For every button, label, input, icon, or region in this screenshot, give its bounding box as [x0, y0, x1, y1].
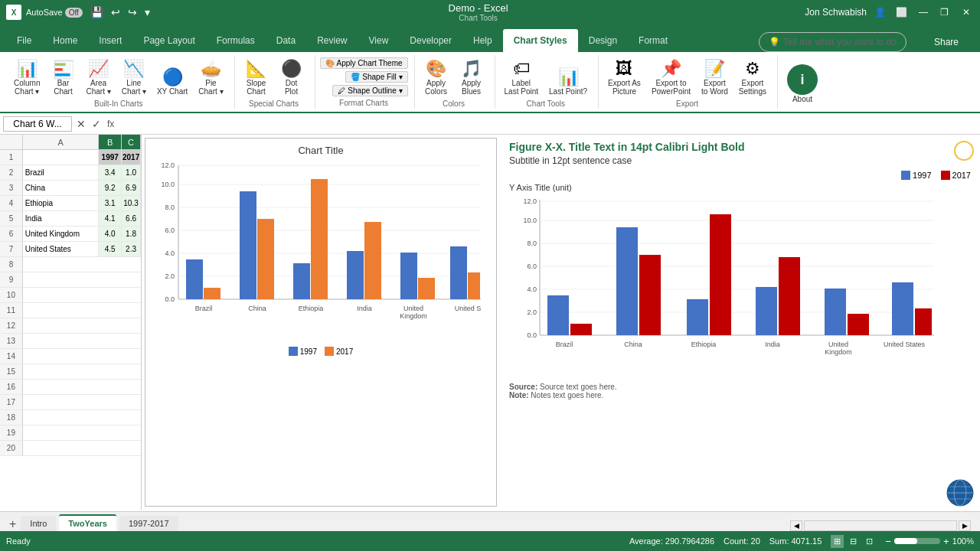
- line-chart-button[interactable]: 📉 Line Chart ▾: [117, 57, 151, 98]
- dot-plot-button[interactable]: ⚫ Dot Plot: [275, 57, 309, 98]
- cell-b1[interactable]: 1997: [99, 150, 122, 165]
- page-break-view-btn[interactable]: ⊡: [863, 535, 876, 548]
- ribbon-toggle[interactable]: ⬜: [894, 5, 910, 20]
- zoom-slider[interactable]: [894, 538, 940, 544]
- tab-review[interactable]: Review: [306, 29, 358, 52]
- tab-data[interactable]: Data: [266, 29, 306, 52]
- cell-c5[interactable]: 6.6: [122, 211, 141, 226]
- cell-b6[interactable]: 4.0: [99, 227, 122, 241]
- formula-input[interactable]: [119, 117, 977, 131]
- tab-format[interactable]: Format: [628, 29, 678, 52]
- svg-text:Kingdom: Kingdom: [400, 312, 427, 320]
- export-settings-button[interactable]: ⚙ Export Settings: [734, 57, 771, 98]
- scroll-left-btn[interactable]: ◀: [790, 520, 802, 531]
- tab-insert[interactable]: Insert: [88, 29, 132, 52]
- cell-a5[interactable]: India: [23, 211, 99, 226]
- cell-c3[interactable]: 6.9: [122, 181, 141, 195]
- label-last-point-button[interactable]: 🏷 Label Last Point: [500, 57, 543, 98]
- insert-function-button[interactable]: fx: [106, 117, 116, 131]
- chart-tools-label: Chart Tools: [459, 14, 497, 22]
- cell-c4[interactable]: 10.3: [122, 196, 141, 210]
- pie-chart-button[interactable]: 🥧 Pie Chart ▾: [194, 57, 227, 98]
- cell-c2[interactable]: 1.0: [122, 165, 141, 180]
- cell-c1[interactable]: 2017: [122, 150, 141, 165]
- cell-b7[interactable]: 4.5: [99, 242, 122, 256]
- sheet-tab-intro[interactable]: Intro: [21, 516, 56, 531]
- tab-view[interactable]: View: [358, 29, 400, 52]
- minimize-button[interactable]: —: [916, 5, 931, 20]
- slope-chart-sublabel: Chart: [247, 87, 265, 96]
- restore-button[interactable]: ❐: [937, 5, 952, 20]
- bar-chart-button[interactable]: 📊 Bar Chart: [46, 57, 80, 98]
- about-button[interactable]: i About: [782, 62, 822, 106]
- column-chart-button[interactable]: 📊 Column Chart ▾: [9, 57, 44, 98]
- name-box[interactable]: [3, 116, 72, 132]
- add-sheet-button[interactable]: +: [6, 517, 19, 531]
- cell-c7[interactable]: 2.3: [122, 242, 141, 256]
- redo-button[interactable]: ↪: [126, 5, 139, 20]
- sheet-tab-twoyears[interactable]: TwoYears: [59, 514, 116, 531]
- autosave-toggle[interactable]: AutoSave Off: [24, 6, 84, 19]
- cell-a2[interactable]: Brazil: [23, 165, 99, 180]
- cell-a6[interactable]: United Kingdom: [23, 227, 99, 241]
- row-num-2: 2: [0, 165, 23, 180]
- cell-b3[interactable]: 9.2: [99, 181, 122, 195]
- scroll-right-btn[interactable]: ▶: [959, 520, 971, 531]
- tab-formulas[interactable]: Formulas: [206, 29, 266, 52]
- area-chart-button[interactable]: 📈 Area Chart ▾: [81, 57, 115, 98]
- xy-chart-button[interactable]: 🔵 XY Chart: [152, 65, 192, 98]
- cell-c6[interactable]: 1.8: [122, 227, 141, 241]
- apply-colors-button[interactable]: 🎨 Apply Colors: [420, 57, 453, 98]
- cell-a7[interactable]: United States: [23, 242, 99, 256]
- tab-page-layout[interactable]: Page Layout: [132, 29, 205, 52]
- sheet-row-china: 3 China 9.2 6.9: [0, 181, 141, 196]
- format-charts-items: 🎨 Apply Chart Theme 🪣 Shape Fill ▾ 🖊 Sha…: [320, 57, 408, 97]
- scroll-thumb[interactable]: [804, 520, 957, 531]
- export-to-word-button[interactable]: 📝 Export to Word: [697, 57, 733, 98]
- tab-design[interactable]: Design: [578, 29, 628, 52]
- shape-outline-button[interactable]: 🖊 Shape Outline ▾: [332, 85, 407, 96]
- source-note: Source: Source text goes here.: [509, 383, 971, 391]
- close-button[interactable]: ✕: [959, 5, 974, 20]
- tab-chart-styles[interactable]: Chart Styles: [503, 29, 578, 52]
- line-chart-sublabel: Chart ▾: [122, 87, 146, 96]
- file-name: Demo - Excel: [449, 2, 508, 14]
- source-text: Source text goes here.: [540, 383, 617, 391]
- tab-file[interactable]: File: [6, 29, 42, 52]
- undo-button[interactable]: ↩: [109, 5, 122, 20]
- cell-a4[interactable]: Ethiopia: [23, 196, 99, 210]
- rbar-us-1997: [892, 282, 913, 335]
- tab-help[interactable]: Help: [462, 29, 503, 52]
- apply-blues-button[interactable]: 🎵 Apply Blues: [455, 57, 488, 98]
- page-layout-view-btn[interactable]: ⊟: [847, 535, 860, 548]
- cell-b4[interactable]: 3.1: [99, 196, 122, 210]
- share-button[interactable]: Share: [922, 34, 971, 51]
- user-icon[interactable]: 👤: [873, 5, 888, 20]
- apply-chart-theme-button[interactable]: 🎨 Apply Chart Theme: [320, 57, 408, 69]
- tab-developer[interactable]: Developer: [399, 29, 462, 52]
- export-to-ppt-button[interactable]: 📌 Export to PowerPoint: [647, 57, 695, 98]
- cell-b2[interactable]: 3.4: [99, 165, 122, 180]
- tell-me-box[interactable]: 💡 Tell me what you want to do: [759, 32, 906, 52]
- shape-fill-button[interactable]: 🪣 Shape Fill ▾: [345, 71, 407, 83]
- save-button[interactable]: 💾: [89, 5, 105, 20]
- user-name: Jon Schwabish: [805, 7, 867, 18]
- zoom-out-btn[interactable]: −: [885, 536, 891, 547]
- slope-chart-button[interactable]: 📐 Slope Chart: [240, 57, 273, 98]
- sheet-tab-1997-2017[interactable]: 1997-2017: [119, 516, 178, 531]
- cell-a3[interactable]: China: [23, 181, 99, 195]
- cell-a1[interactable]: [23, 150, 99, 165]
- export-as-picture-button[interactable]: 🖼 Export As Picture: [603, 57, 645, 98]
- cancel-formula-button[interactable]: ✕: [75, 116, 87, 132]
- outline-icon: 🖊: [338, 86, 345, 95]
- svg-text:4.0: 4.0: [527, 285, 537, 293]
- last-point-button[interactable]: 📊 Last Point?: [544, 65, 592, 98]
- left-chart-panel[interactable]: Chart Title 0.0 2.0 4.0 6.0 8.0 10.0 12.…: [145, 138, 497, 507]
- sheet-row-11: 11: [0, 303, 141, 318]
- normal-view-btn[interactable]: ⊞: [831, 535, 844, 548]
- tab-home[interactable]: Home: [42, 29, 88, 52]
- cell-b5[interactable]: 4.1: [99, 211, 122, 226]
- zoom-in-btn[interactable]: +: [943, 536, 949, 547]
- more-quick-access[interactable]: ▾: [143, 5, 152, 20]
- confirm-formula-button[interactable]: ✓: [90, 116, 103, 132]
